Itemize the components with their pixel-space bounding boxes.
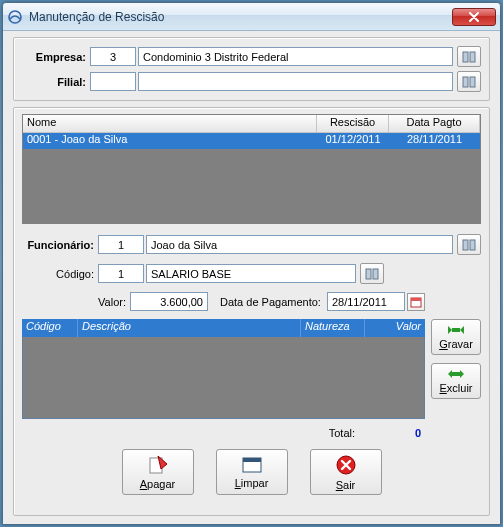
side-buttons: Gravar Excluir bbox=[431, 319, 481, 419]
empresa-code-input[interactable] bbox=[90, 47, 136, 66]
limpar-label: Limpar bbox=[235, 477, 269, 489]
col-rescisao[interactable]: Rescisão bbox=[317, 115, 389, 133]
grid-header: Nome Rescisão Data Pagto bbox=[23, 115, 480, 133]
total-value: 0 bbox=[361, 427, 421, 439]
window-title: Manutenção de Rescisão bbox=[29, 10, 452, 24]
cell-rescisao: 01/12/2011 bbox=[317, 133, 389, 149]
filial-name-input[interactable] bbox=[138, 72, 453, 91]
svg-rect-8 bbox=[373, 269, 378, 279]
funcionario-code-input[interactable] bbox=[98, 235, 144, 254]
svg-rect-15 bbox=[243, 458, 261, 462]
rescisao-grid[interactable]: Nome Rescisão Data Pagto 0001 - Joao da … bbox=[22, 114, 481, 224]
apagar-label: Apagar bbox=[140, 478, 175, 490]
calendar-button[interactable] bbox=[407, 293, 425, 311]
svg-rect-10 bbox=[411, 298, 421, 301]
gravar-button[interactable]: Gravar bbox=[431, 319, 481, 355]
data-pag-label: Data de Pagamento: bbox=[220, 296, 325, 308]
gravar-label: Gravar bbox=[439, 338, 473, 350]
excluir-label: Excluir bbox=[439, 382, 472, 394]
limpar-button[interactable]: Limpar bbox=[216, 449, 288, 495]
delete-arrows-icon bbox=[448, 369, 464, 381]
total-row: Total: 0 bbox=[22, 423, 481, 441]
titlebar: Manutenção de Rescisão bbox=[3, 3, 500, 31]
empresa-label: Empresa: bbox=[22, 51, 90, 63]
svg-point-0 bbox=[9, 11, 21, 23]
svg-rect-5 bbox=[463, 240, 468, 250]
svg-rect-3 bbox=[463, 77, 468, 87]
detail-grid-body[interactable] bbox=[22, 337, 425, 419]
codigo-label: Código: bbox=[22, 268, 98, 280]
svg-rect-12 bbox=[452, 372, 460, 376]
filial-lookup-button[interactable] bbox=[457, 71, 481, 92]
col2-natureza[interactable]: Natureza bbox=[301, 319, 365, 337]
empresa-name-input[interactable] bbox=[138, 47, 453, 66]
col-nome[interactable]: Nome bbox=[23, 115, 317, 133]
bottom-button-bar: Apagar Limpar Sair bbox=[22, 445, 481, 495]
filial-code-input[interactable] bbox=[90, 72, 136, 91]
col2-valor[interactable]: Valor bbox=[365, 319, 425, 337]
svg-rect-11 bbox=[452, 328, 460, 332]
grid-body[interactable]: 0001 - Joao da Silva 01/12/2011 28/11/20… bbox=[23, 133, 480, 223]
content-area: Empresa: Filial: Nome bbox=[3, 31, 500, 524]
valor-input[interactable] bbox=[130, 292, 208, 311]
app-icon bbox=[7, 9, 23, 25]
codigo-lookup-button[interactable] bbox=[360, 263, 384, 284]
exit-icon bbox=[335, 454, 357, 478]
close-button[interactable] bbox=[452, 8, 496, 26]
svg-rect-2 bbox=[470, 52, 475, 62]
sair-button[interactable]: Sair bbox=[310, 449, 382, 495]
valor-label: Valor: bbox=[22, 296, 130, 308]
clear-window-icon bbox=[241, 456, 263, 476]
codigo-code-input[interactable] bbox=[98, 264, 144, 283]
window-frame: Manutenção de Rescisão Empresa: Filial: bbox=[2, 2, 501, 525]
cell-data-pagto: 28/11/2011 bbox=[389, 133, 480, 149]
excluir-button[interactable]: Excluir bbox=[431, 363, 481, 399]
svg-rect-1 bbox=[463, 52, 468, 62]
funcionario-name-input[interactable] bbox=[146, 235, 453, 254]
detail-grid-header: Código Descrição Natureza Valor bbox=[22, 319, 425, 337]
sair-label: Sair bbox=[336, 479, 356, 491]
col-data-pagto[interactable]: Data Pagto bbox=[389, 115, 480, 133]
delete-doc-icon bbox=[147, 455, 169, 477]
col2-codigo[interactable]: Código bbox=[22, 319, 78, 337]
data-pag-input[interactable] bbox=[327, 292, 405, 311]
codigo-name-input[interactable] bbox=[146, 264, 356, 283]
apagar-button[interactable]: Apagar bbox=[122, 449, 194, 495]
svg-rect-6 bbox=[470, 240, 475, 250]
funcionario-label: Funcionário: bbox=[22, 239, 98, 251]
svg-rect-4 bbox=[470, 77, 475, 87]
col2-descricao[interactable]: Descrição bbox=[78, 319, 301, 337]
total-label: Total: bbox=[329, 427, 355, 439]
table-row[interactable]: 0001 - Joao da Silva 01/12/2011 28/11/20… bbox=[23, 133, 480, 149]
header-panel: Empresa: Filial: bbox=[13, 37, 490, 101]
cell-nome: 0001 - Joao da Silva bbox=[23, 133, 317, 149]
funcionario-lookup-button[interactable] bbox=[457, 234, 481, 255]
save-arrows-icon bbox=[448, 325, 464, 337]
empresa-lookup-button[interactable] bbox=[457, 46, 481, 67]
main-panel: Nome Rescisão Data Pagto 0001 - Joao da … bbox=[13, 107, 490, 516]
svg-rect-7 bbox=[366, 269, 371, 279]
filial-label: Filial: bbox=[22, 76, 90, 88]
